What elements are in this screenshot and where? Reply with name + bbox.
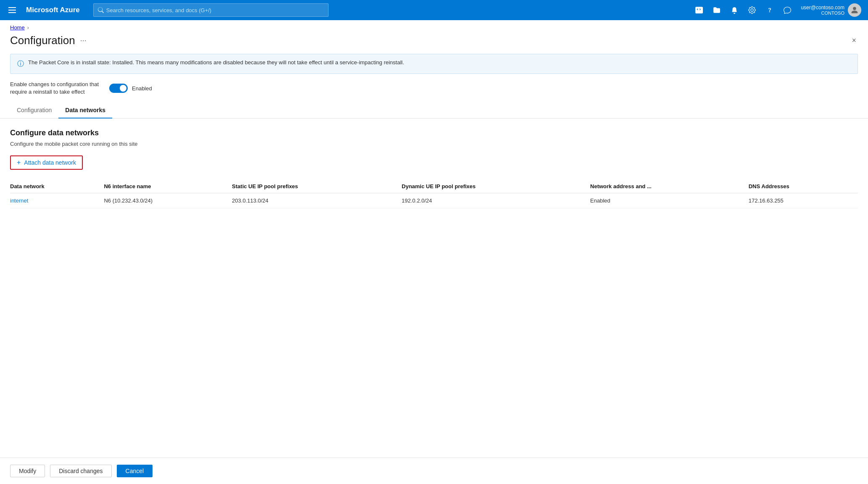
- enable-label: Enable changes to configuration that req…: [10, 81, 103, 96]
- global-search[interactable]: [93, 3, 329, 17]
- help-icon[interactable]: [762, 3, 777, 18]
- cell-network-address: Enabled: [590, 193, 749, 208]
- toggle-state-label: Enabled: [132, 85, 152, 92]
- search-icon: [98, 7, 104, 13]
- cell-dns-addresses: 172.16.63.255: [749, 193, 858, 208]
- plus-icon: +: [17, 159, 21, 166]
- cell-n6-interface: N6 (10.232.43.0/24): [104, 193, 232, 208]
- topbar: Microsoft Azure user@contoso.com CONTOSO: [0, 0, 868, 20]
- page-header: Configuration ··· ×: [0, 31, 868, 54]
- user-profile[interactable]: user@contoso.com CONTOSO: [801, 3, 861, 17]
- tab-configuration[interactable]: Configuration: [10, 103, 58, 118]
- info-icon: ⓘ: [17, 60, 24, 68]
- main-content: Home › Configuration ··· × ⓘ The Packet …: [0, 20, 868, 458]
- cell-static-ue-ip: 203.0.113.0/24: [232, 193, 402, 208]
- enable-changes-row: Enable changes to configuration that req…: [10, 81, 858, 96]
- breadcrumb-separator: ›: [27, 25, 29, 31]
- toggle-knob: [120, 85, 126, 92]
- page-title: Configuration: [10, 34, 75, 47]
- table-row: internet N6 (10.232.43.0/24) 203.0.113.0…: [10, 193, 858, 208]
- col-header-n6-interface: N6 interface name: [104, 180, 232, 193]
- user-org: CONTOSO: [821, 11, 844, 16]
- close-button[interactable]: ×: [850, 34, 858, 47]
- col-header-network-address: Network address and ...: [590, 180, 749, 193]
- configure-section: Configure data networks Configure the mo…: [0, 129, 868, 208]
- user-email: user@contoso.com: [801, 5, 844, 11]
- col-header-static-ue-ip: Static UE IP pool prefixes: [232, 180, 402, 193]
- cell-dynamic-ue-ip: 192.0.2.0/24: [402, 193, 590, 208]
- cloud-shell-icon[interactable]: [692, 3, 707, 18]
- table-header: Data network N6 interface name Static UE…: [10, 180, 858, 193]
- section-title: Configure data networks: [10, 129, 858, 137]
- breadcrumb-home[interactable]: Home: [10, 24, 25, 31]
- notifications-icon[interactable]: [727, 3, 742, 18]
- tabs-container: Configuration Data networks: [0, 103, 868, 118]
- tab-data-networks[interactable]: Data networks: [58, 103, 112, 118]
- cell-data-network: internet: [10, 193, 104, 208]
- azure-logo: Microsoft Azure: [26, 6, 80, 14]
- table-body: internet N6 (10.232.43.0/24) 203.0.113.0…: [10, 193, 858, 208]
- topbar-icons: user@contoso.com CONTOSO: [692, 3, 861, 18]
- data-network-link[interactable]: internet: [10, 197, 28, 204]
- settings-icon[interactable]: [744, 3, 760, 18]
- info-banner-text: The Packet Core is in install state: Ins…: [28, 59, 404, 66]
- user-avatar-icon: [850, 6, 859, 14]
- attach-button-label: Attach data network: [24, 159, 76, 166]
- attach-data-network-button[interactable]: + Attach data network: [10, 155, 83, 170]
- info-banner: ⓘ The Packet Core is in install state: I…: [10, 54, 858, 74]
- page-options-button[interactable]: ···: [80, 36, 87, 45]
- footer: Modify Discard changes Cancel: [0, 458, 868, 484]
- avatar: [848, 3, 861, 17]
- enable-toggle[interactable]: [109, 84, 128, 93]
- hamburger-menu[interactable]: [7, 5, 18, 15]
- feedback-icon[interactable]: [780, 3, 795, 18]
- cancel-button[interactable]: Cancel: [117, 465, 153, 477]
- discard-changes-button[interactable]: Discard changes: [50, 465, 111, 477]
- breadcrumb: Home ›: [0, 20, 868, 31]
- col-header-data-network: Data network: [10, 180, 104, 193]
- section-description: Configure the mobile packet core running…: [10, 141, 858, 147]
- data-networks-table: Data network N6 interface name Static UE…: [10, 180, 858, 208]
- modify-button[interactable]: Modify: [10, 465, 45, 477]
- directory-icon[interactable]: [709, 3, 724, 18]
- col-header-dynamic-ue-ip: Dynamic UE IP pool prefixes: [402, 180, 590, 193]
- search-input[interactable]: [106, 7, 324, 13]
- col-header-dns-addresses: DNS Addresses: [749, 180, 858, 193]
